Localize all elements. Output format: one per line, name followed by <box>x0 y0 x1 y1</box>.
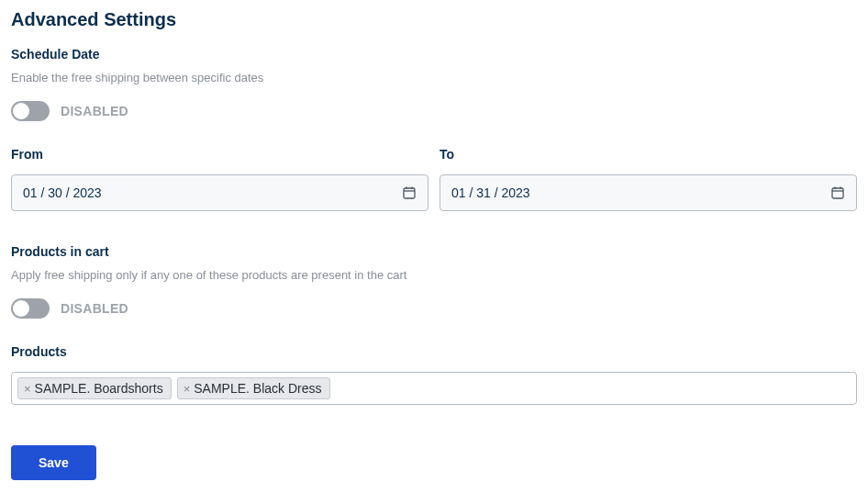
products-toggle-label: DISABLED <box>61 301 128 316</box>
products-label: Products <box>11 344 857 359</box>
from-label: From <box>11 147 428 162</box>
close-icon[interactable]: × <box>182 383 193 395</box>
product-tag-label: SAMPLE. Boardshorts <box>35 381 163 396</box>
product-tag: × SAMPLE. Boardshorts <box>17 377 172 399</box>
schedule-toggle-label: DISABLED <box>61 104 128 118</box>
calendar-icon <box>830 185 845 200</box>
toggle-knob-icon <box>13 300 29 317</box>
toggle-knob-icon <box>13 103 29 119</box>
svg-rect-4 <box>832 188 843 198</box>
page-title: Advanced Settings <box>11 9 857 30</box>
svg-rect-0 <box>404 188 415 198</box>
close-icon[interactable]: × <box>22 383 33 395</box>
products-multiselect[interactable]: × SAMPLE. Boardshorts × SAMPLE. Black Dr… <box>11 372 857 405</box>
product-tag-label: SAMPLE. Black Dress <box>194 381 321 396</box>
from-date-input[interactable]: 01 / 30 / 2023 <box>11 174 428 211</box>
products-in-cart-label: Products in cart <box>11 244 857 259</box>
product-tag: × SAMPLE. Black Dress <box>177 377 330 399</box>
products-in-cart-helper: Apply free shipping only if any one of t… <box>11 268 857 282</box>
schedule-date-label: Schedule Date <box>11 47 857 62</box>
schedule-toggle[interactable] <box>11 101 50 121</box>
to-label: To <box>440 147 857 162</box>
save-button[interactable]: Save <box>11 445 96 480</box>
products-toggle[interactable] <box>11 298 50 319</box>
schedule-date-helper: Enable the free shipping between specifi… <box>11 71 857 84</box>
to-date-input[interactable]: 01 / 31 / 2023 <box>440 174 857 211</box>
to-date-value: 01 / 31 / 2023 <box>451 185 530 200</box>
from-date-value: 01 / 30 / 2023 <box>23 185 102 200</box>
calendar-icon <box>402 185 417 200</box>
